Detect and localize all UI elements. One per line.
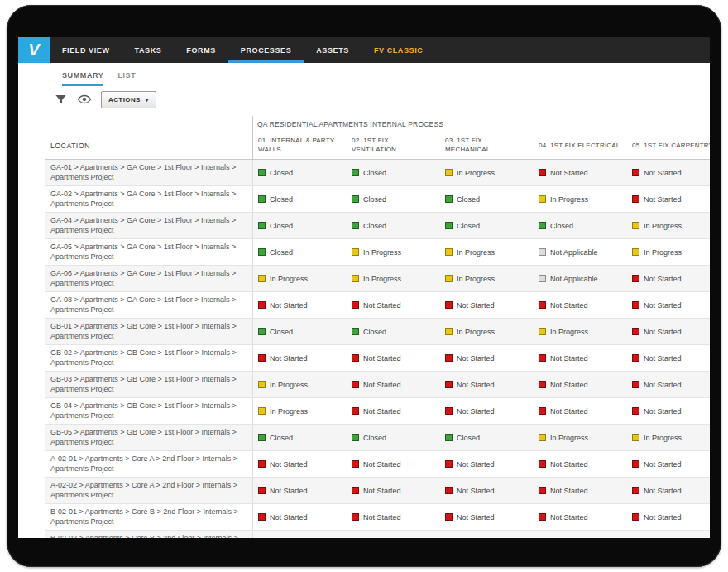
status-cell[interactable]: Closed [253,425,347,450]
table-row[interactable]: GB-03 > Apartments > GB Core > 1st Floor… [46,372,710,398]
status-cell[interactable]: Closed [347,319,440,344]
status-cell[interactable]: Not Started [627,345,710,371]
status-cell[interactable]: Not Started [627,504,710,530]
status-cell[interactable]: Not Started [534,160,627,185]
status-cell[interactable]: Closed [347,186,440,212]
eye-icon[interactable] [77,93,92,106]
actions-button[interactable]: ACTIONS ▾ [101,91,156,108]
status-cell[interactable]: Not Started [534,478,627,503]
status-cell[interactable]: Not Started [347,292,440,318]
status-cell[interactable]: Not Started [347,504,440,530]
tab-list[interactable]: LIST [117,71,136,86]
status-cell[interactable]: Closed [347,213,440,238]
status-cell[interactable]: Closed [347,160,440,185]
status-cell[interactable]: In Progress [347,239,440,265]
status-cell[interactable]: Not Started [347,478,440,503]
status-cell[interactable]: Not Started [440,345,534,371]
column-header[interactable]: 02. 1ST FIX VENTILATION [347,132,440,159]
status-cell[interactable]: Not Started [534,372,627,397]
table-row[interactable]: GB-05 > Apartments > GB Core > 1st Floor… [46,425,710,451]
filter-icon[interactable] [53,93,68,106]
status-cell[interactable]: In Progress [534,425,627,450]
nav-item-forms[interactable]: FORMS [174,37,228,63]
status-cell[interactable]: Not Started [440,398,534,424]
status-cell[interactable]: Not Started [440,292,534,318]
table-row[interactable]: GB-02 > Apartments > GB Core > 1st Floor… [46,345,710,372]
column-header[interactable]: 01. INTERNAL & PARTY WALLS [253,132,347,159]
status-cell[interactable]: Closed [534,213,627,238]
table-row[interactable]: GA-06 > Apartments > GA Core > 1st Floor… [46,266,710,292]
table-row[interactable]: GB-04 > Apartments > GB Core > 1st Floor… [46,398,710,425]
status-cell[interactable]: In Progress [627,239,710,265]
table-row[interactable]: B-02-02 > Apartments > Core B > 2nd Floo… [46,531,710,538]
status-cell[interactable]: In Progress [534,319,627,344]
column-header[interactable]: 05. 1ST FIX CARPENTRY [627,132,710,159]
status-cell[interactable]: Not Started [534,292,627,318]
status-cell[interactable]: Not Started [627,451,710,477]
status-cell[interactable]: Closed [440,425,534,450]
status-cell[interactable]: Not Started [534,345,627,371]
status-cell[interactable]: Closed [253,213,347,238]
status-cell[interactable]: Closed [253,319,347,344]
table-row[interactable]: GA-08 > Apartments > GA Core > 1st Floor… [46,292,710,319]
status-cell[interactable]: Not Started [627,478,710,503]
status-cell[interactable]: Closed [440,186,534,212]
status-cell[interactable]: Closed [253,186,347,212]
status-cell[interactable]: Closed [440,213,534,238]
status-cell[interactable]: Not Started [534,504,627,530]
status-cell[interactable]: Not Started [440,478,534,503]
status-cell[interactable]: Not Started [440,372,534,397]
status-cell[interactable]: Not Started [627,398,710,424]
status-cell[interactable]: Closed [347,425,440,450]
status-cell[interactable]: Not Started [534,398,627,424]
status-cell[interactable]: In Progress [440,319,534,344]
column-header[interactable]: 03. 1ST FIX MECHANICAL [440,132,534,159]
status-cell[interactable]: In Progress [253,398,347,424]
table-row[interactable]: B-02-01 > Apartments > Core B > 2nd Floo… [46,504,710,531]
status-cell[interactable]: Not Applicable [534,239,627,265]
nav-item-field-view[interactable]: FIELD VIEW [50,37,122,63]
status-cell[interactable]: Not Started [534,451,627,477]
status-cell[interactable]: Not Started [440,451,534,477]
nav-item-assets[interactable]: ASSETS [304,37,362,63]
status-cell[interactable]: In Progress [440,160,534,185]
status-cell[interactable]: Not Started [627,319,710,344]
status-cell[interactable]: Not Started [347,372,440,397]
status-cell[interactable]: Closed [253,239,347,265]
status-cell[interactable]: Not Started [627,266,710,291]
status-cell[interactable]: In Progress [347,266,440,291]
table-row[interactable]: A-02-01 > Apartments > Core A > 2nd Floo… [46,451,710,478]
status-cell[interactable]: Not Started [440,504,534,530]
table-row[interactable]: A-02-02 > Apartments > Core A > 2nd Floo… [46,478,710,504]
status-cell[interactable]: In Progress [627,425,710,450]
column-header[interactable]: 04. 1ST FIX ELECTRICAL [534,132,627,159]
status-cell[interactable]: Not Started [253,478,347,503]
status-cell[interactable]: Not Started [347,345,440,371]
status-cell[interactable]: In Progress [627,213,710,238]
status-cell[interactable]: Not Applicable [534,266,627,291]
status-cell[interactable]: Not Started [253,345,347,371]
nav-item-tasks[interactable]: TASKS [122,37,175,63]
status-cell[interactable]: Not Started [347,451,440,477]
status-cell[interactable]: Not Started [627,186,710,212]
location-column-header[interactable]: LOCATION [46,132,252,159]
status-cell[interactable]: Not Started [253,292,347,318]
status-cell[interactable]: Not Started [627,292,710,318]
status-cell[interactable]: In Progress [440,239,534,265]
status-cell[interactable]: Closed [253,160,347,185]
table-row[interactable]: GA-01 > Apartments > GA Core > 1st Floor… [46,160,710,186]
status-cell[interactable]: In Progress [440,266,534,291]
status-cell[interactable]: In Progress [534,186,627,212]
tab-summary[interactable]: SUMMARY [62,71,103,86]
status-cell[interactable]: Not Started [627,372,710,397]
status-cell[interactable]: Not Started [627,160,710,185]
nav-item-processes[interactable]: PROCESSES [228,37,304,63]
table-row[interactable]: GA-02 > Apartments > GA Core > 1st Floor… [46,186,710,213]
table-row[interactable]: GB-01 > Apartments > GB Core > 1st Floor… [46,319,710,345]
status-cell[interactable]: Not Started [253,451,347,477]
status-cell[interactable]: In Progress [253,372,347,397]
status-cell[interactable]: Not Started [347,398,440,424]
nav-item-fv-classic[interactable]: FV CLASSIC [362,37,436,63]
app-logo[interactable]: V [18,37,50,63]
status-cell[interactable]: In Progress [253,266,347,291]
